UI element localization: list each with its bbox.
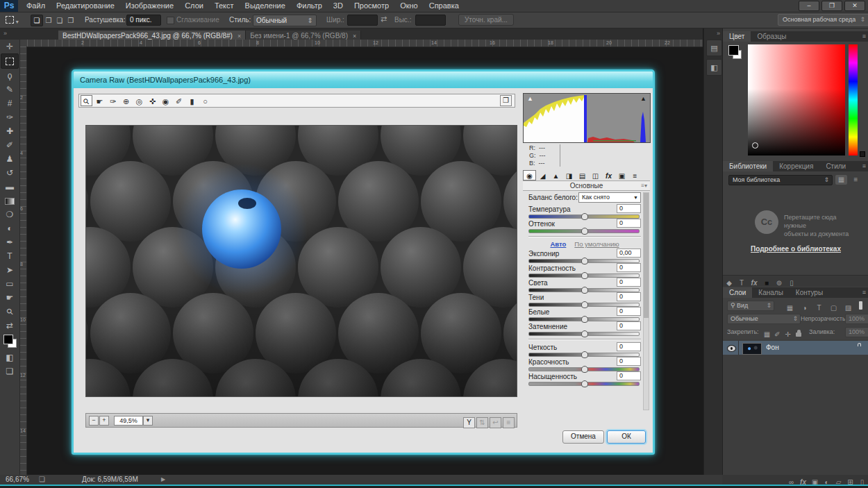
copy-settings-icon[interactable]: ↩	[490, 417, 501, 428]
toggle-fullscreen-icon[interactable]: ❐	[500, 95, 512, 106]
layer-name[interactable]: Фон	[766, 344, 779, 351]
crop-tool[interactable]: #	[1, 96, 18, 110]
slider-track[interactable]	[528, 229, 640, 233]
fill-value[interactable]: 100%	[845, 327, 868, 337]
tab-detail[interactable]: ▲	[549, 171, 562, 181]
slider-value-field[interactable]: 0	[617, 371, 641, 380]
dock-expander-icon[interactable]: »	[717, 30, 720, 37]
hand-tool[interactable]: ☛	[1, 291, 18, 305]
white-balance-select[interactable]: Как снято▼	[578, 192, 641, 203]
quick-selection-tool[interactable]: ✎	[1, 83, 18, 96]
sync-status-icon[interactable]: ⊚	[773, 278, 785, 288]
new-selection-icon[interactable]: ❏	[31, 15, 43, 26]
refine-edge-button[interactable]: Уточн. край...	[458, 14, 514, 26]
library-grid-view-icon[interactable]: ▦	[835, 175, 847, 185]
slider-track[interactable]	[528, 332, 640, 336]
color-sampler-tool-icon[interactable]: ⊕	[120, 96, 132, 107]
style-select[interactable]: Обычный⇕	[253, 15, 317, 26]
zoom-tool[interactable]: ⚲	[1, 305, 18, 319]
filter-adjustment-layers-icon[interactable]: ◑	[797, 303, 812, 312]
zoom-level-field[interactable]: 66,67%	[6, 476, 29, 483]
layer-thumbnail[interactable]	[742, 343, 762, 355]
lock-all-icon[interactable]	[796, 333, 801, 337]
white-balance-tool-icon[interactable]: ✑	[107, 96, 119, 107]
menu-item-6[interactable]: Фильтр	[291, 0, 328, 12]
filter-type-layers-icon[interactable]: T	[812, 303, 826, 312]
antialias-checkbox[interactable]	[167, 17, 174, 24]
color-swatches[interactable]	[1, 333, 18, 351]
subtract-selection-icon[interactable]: ❑	[54, 15, 65, 26]
zoom-select-arrow[interactable]: ▾	[143, 416, 153, 426]
brush-tool[interactable]: ✐	[1, 138, 18, 152]
slider-value-field[interactable]: 0	[617, 307, 641, 316]
menu-item-7[interactable]: 3D	[328, 0, 349, 12]
tool-preset-icon[interactable]: ▾	[6, 16, 19, 25]
color-panel-menu-icon[interactable]: ≡	[862, 33, 866, 40]
slider-value-field[interactable]: 0	[617, 357, 641, 366]
color-tab-1[interactable]: Образцы	[751, 31, 792, 42]
menu-item-9[interactable]: Окно	[394, 0, 424, 12]
color-cursor[interactable]	[752, 142, 758, 149]
slider-thumb[interactable]	[581, 380, 588, 387]
menu-item-3[interactable]: Слои	[179, 0, 209, 12]
shadow-clipping-icon[interactable]: ▲	[527, 96, 533, 102]
slider-value-field[interactable]: 0	[617, 219, 641, 228]
move-tool[interactable]: ✛	[1, 40, 18, 53]
library-list-view-icon[interactable]: ≡	[850, 175, 862, 185]
tab-split-toning[interactable]: ▤	[576, 171, 589, 181]
slider-value-field[interactable]: 0	[617, 263, 641, 272]
color-tab-0[interactable]: Цвет	[723, 31, 751, 42]
tab-hsl[interactable]: ◨	[562, 171, 576, 181]
path-selection-tool[interactable]: ➤	[1, 263, 18, 277]
libraries-tab-0[interactable]: Библиотеки	[723, 161, 773, 171]
lock-transparency-icon[interactable]: ▦	[762, 330, 772, 339]
tab-basic[interactable]: ◉	[523, 170, 536, 180]
menu-item-10[interactable]: Справка	[424, 0, 465, 12]
zoom-in-button[interactable]: +	[99, 416, 109, 426]
menu-item-1[interactable]: Редактирование	[51, 0, 120, 12]
libraries-learn-link[interactable]: Подробнее о библиотеках	[723, 245, 868, 253]
menu-item-4[interactable]: Текст	[209, 0, 240, 12]
color-saturation-field[interactable]	[748, 44, 845, 155]
cancel-button[interactable]: Отмена	[562, 430, 604, 444]
feather-input[interactable]: 0 пикс.	[126, 15, 161, 26]
tab-camera-calibration[interactable]: ▣	[615, 171, 628, 181]
clone-stamp-tool[interactable]: ♟	[1, 152, 18, 166]
libraries-tab-2[interactable]: Стили	[819, 161, 852, 171]
add-selection-icon[interactable]: ❐	[43, 15, 54, 26]
pen-tool[interactable]: ✒	[1, 235, 18, 249]
graduated-filter-tool-icon[interactable]: ▮	[186, 96, 198, 107]
eraser-tool[interactable]: ▬	[1, 180, 18, 194]
screen-mode-icon[interactable]: ❏	[1, 364, 18, 378]
libraries-panel-menu-icon[interactable]: ≡	[862, 162, 866, 169]
slider-value-field[interactable]: 0	[617, 278, 641, 287]
zoom-tool-icon[interactable]: ⚲	[81, 95, 92, 106]
foreground-color-swatch[interactable]	[728, 45, 739, 56]
layer-visibility-icon[interactable]	[727, 345, 736, 352]
menu-item-0[interactable]: Файл	[21, 0, 51, 12]
library-select[interactable]: Моя библиотека⇕	[728, 175, 833, 185]
menu-item-8[interactable]: Просмотр	[349, 0, 394, 12]
view-preferences-icon[interactable]: ≡	[503, 417, 515, 428]
close-button[interactable]: ✕	[844, 1, 865, 11]
swap-colors-icon[interactable]: ⇄	[1, 319, 18, 333]
foreground-swatch[interactable]	[3, 335, 13, 344]
blend-mode-select[interactable]: Обычные⇕	[727, 314, 801, 324]
collapsed-properties-panel-icon[interactable]: ◧	[706, 59, 722, 76]
lasso-tool[interactable]: ϙ	[1, 69, 18, 83]
collapsed-history-panel-icon[interactable]: ▤	[706, 40, 722, 56]
type-tool[interactable]: T	[1, 249, 18, 263]
slider-thumb[interactable]	[581, 330, 588, 337]
layers-panel-menu-icon[interactable]: ≡	[862, 289, 866, 296]
swap-dimensions-icon[interactable]: ⇄	[381, 15, 387, 24]
status-arrow-icon[interactable]: ▶	[161, 476, 165, 482]
width-input[interactable]	[347, 15, 378, 26]
tab-lens-corrections[interactable]: ◫	[589, 171, 602, 181]
restore-button[interactable]: ❐	[821, 1, 842, 11]
layers-tab-2[interactable]: Контуры	[790, 287, 829, 298]
slider-thumb[interactable]	[581, 228, 588, 235]
height-input[interactable]	[415, 15, 446, 26]
healing-brush-tool[interactable]: ✚	[1, 124, 18, 138]
minimize-button[interactable]: –	[799, 1, 819, 11]
add-character-style-icon[interactable]: T	[735, 278, 748, 288]
